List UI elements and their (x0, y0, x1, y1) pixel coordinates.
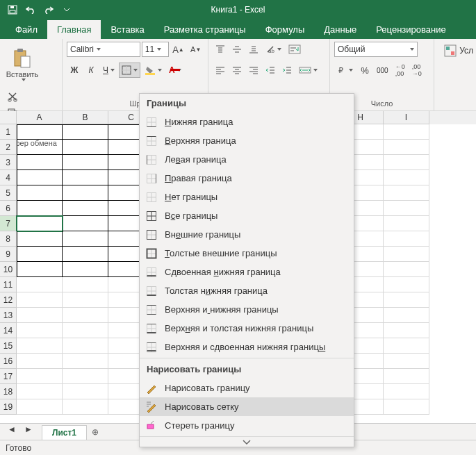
bold-button[interactable]: Ж (67, 63, 82, 78)
row-header[interactable]: 13 (0, 308, 17, 323)
row-header[interactable]: 10 (0, 262, 17, 277)
wrap-text-button[interactable] (286, 42, 304, 57)
row-header[interactable]: 19 (0, 399, 17, 415)
cell[interactable] (63, 170, 108, 185)
cell[interactable] (384, 338, 429, 354)
cell[interactable] (384, 308, 429, 323)
cell[interactable] (63, 247, 108, 262)
cell[interactable] (17, 338, 63, 354)
menu-item-border[interactable]: Нижняя граница (140, 113, 354, 131)
tab-insert[interactable]: Вставка (101, 20, 154, 39)
cell[interactable] (63, 354, 108, 369)
menu-expand-button[interactable] (140, 438, 354, 447)
conditional-format-button[interactable]: Усл (441, 43, 476, 58)
cell[interactable] (63, 399, 108, 415)
cell[interactable] (63, 216, 108, 231)
column-header[interactable]: A (17, 111, 63, 124)
cell[interactable] (384, 399, 429, 415)
increase-font-button[interactable]: A▲ (170, 42, 187, 57)
cell[interactable] (17, 201, 63, 216)
tab-page-layout[interactable]: Разметка страницы (154, 20, 256, 39)
cell[interactable] (63, 155, 108, 170)
menu-item-draw-border[interactable]: Нарисовать сетку (140, 397, 354, 416)
row-header[interactable]: 17 (0, 369, 17, 384)
menu-item-border[interactable]: Верхняя и нижняя границы (140, 300, 354, 319)
align-center-button[interactable] (229, 63, 245, 78)
row-header[interactable]: 6 (0, 201, 17, 216)
comma-style-button[interactable]: 000 (374, 63, 391, 78)
cell[interactable] (63, 277, 108, 292)
menu-item-border[interactable]: Сдвоенная нижняя граница (140, 263, 354, 281)
decrease-font-button[interactable]: A▼ (188, 42, 204, 57)
menu-item-draw-border[interactable]: Стереть границу (140, 416, 354, 435)
cell[interactable] (63, 124, 108, 140)
save-icon[interactable] (4, 1, 21, 18)
cell[interactable] (384, 185, 429, 201)
row-header[interactable]: 3 (0, 155, 17, 170)
tab-home[interactable]: Главная (47, 20, 101, 39)
cell[interactable] (17, 308, 63, 323)
cell[interactable] (63, 323, 108, 338)
menu-item-border[interactable]: Верхняя и сдвоенная нижняя границы (140, 338, 354, 356)
align-top-button[interactable] (213, 42, 228, 57)
undo-button[interactable] (22, 1, 39, 18)
cell[interactable] (17, 399, 63, 415)
font-size-select[interactable]: 11 (142, 42, 169, 57)
cell[interactable] (17, 384, 63, 399)
add-sheet-button[interactable]: ⊕ (87, 424, 104, 440)
sheet-nav-prev[interactable]: ◄ (4, 422, 19, 437)
italic-button[interactable]: К (83, 63, 99, 78)
tab-data[interactable]: Данные (314, 20, 366, 39)
row-header[interactable]: 12 (0, 292, 17, 308)
qat-customize-icon[interactable] (58, 1, 75, 18)
row-header[interactable]: 5 (0, 185, 17, 201)
cell[interactable] (384, 140, 429, 155)
cell[interactable] (17, 124, 63, 140)
row-header[interactable]: 8 (0, 231, 17, 247)
cell[interactable] (63, 292, 108, 308)
cell[interactable] (17, 277, 63, 292)
font-color-button[interactable]: A (166, 63, 184, 78)
cell[interactable] (17, 216, 63, 231)
cell[interactable] (17, 292, 63, 308)
borders-button[interactable] (119, 63, 140, 78)
tab-review[interactable]: Рецензирование (366, 20, 455, 39)
cell[interactable] (384, 323, 429, 338)
cell[interactable] (63, 369, 108, 384)
cut-button[interactable] (4, 89, 21, 104)
cell[interactable] (384, 170, 429, 185)
menu-item-border[interactable]: Правая граница (140, 169, 354, 188)
cell[interactable] (384, 277, 429, 292)
menu-item-draw-border[interactable]: Нарисовать границу (140, 379, 354, 397)
font-name-select[interactable]: Calibri (67, 42, 140, 57)
percent-button[interactable]: % (357, 63, 372, 78)
increase-decimal-button[interactable]: ←0,00 (393, 63, 408, 78)
row-header[interactable]: 2 (0, 140, 17, 155)
cell[interactable] (17, 354, 63, 369)
cell[interactable] (63, 384, 108, 399)
cell[interactable] (63, 201, 108, 216)
cell[interactable] (384, 155, 429, 170)
cell[interactable] (63, 308, 108, 323)
sheet-nav-next[interactable]: ► (21, 422, 36, 437)
row-header[interactable]: 14 (0, 323, 17, 338)
cell[interactable] (17, 185, 63, 201)
fill-color-button[interactable] (142, 63, 165, 78)
decrease-indent-button[interactable] (263, 63, 278, 78)
cell[interactable] (384, 354, 429, 369)
menu-item-border[interactable]: Нет границы (140, 188, 354, 206)
cell[interactable] (17, 170, 63, 185)
row-header[interactable]: 16 (0, 354, 17, 369)
row-header[interactable]: 1 (0, 124, 17, 140)
redo-button[interactable] (40, 1, 57, 18)
column-header[interactable]: B (63, 111, 108, 124)
cell[interactable] (384, 231, 429, 247)
row-header[interactable]: 15 (0, 338, 17, 354)
menu-item-border[interactable]: Верхняя и толстая нижняя границы (140, 319, 354, 338)
row-header[interactable]: 9 (0, 247, 17, 262)
cell[interactable] (17, 369, 63, 384)
cell[interactable] (384, 201, 429, 216)
align-left-button[interactable] (213, 63, 228, 78)
cell[interactable] (384, 247, 429, 262)
underline-button[interactable]: Ч (100, 63, 117, 78)
